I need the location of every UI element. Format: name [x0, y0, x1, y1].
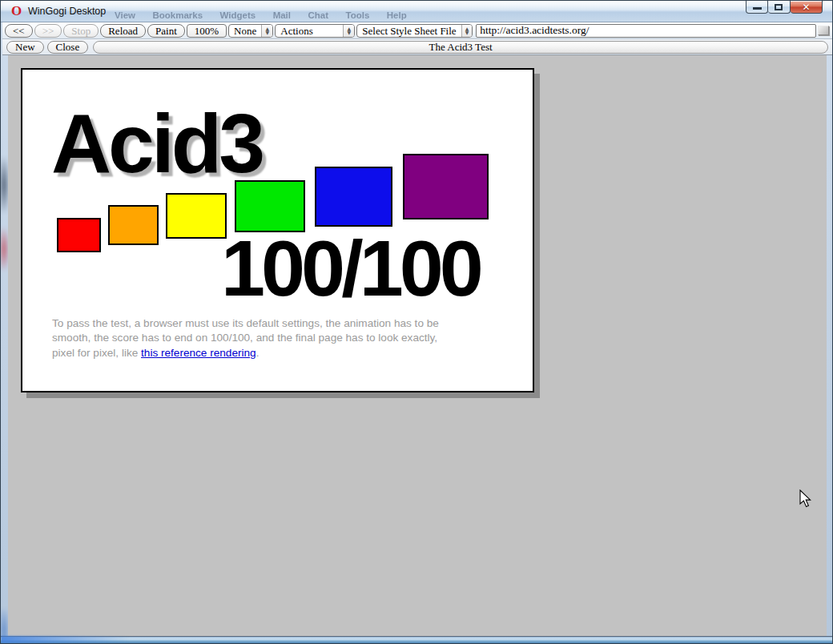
description-line1: To pass the test, a browser must use its… [52, 317, 439, 329]
stop-button[interactable]: Stop [63, 24, 99, 38]
menu-mail[interactable]: Mail [273, 10, 291, 20]
maximize-icon [775, 4, 783, 10]
spinner-icon[interactable]: ▲▼ [461, 25, 473, 37]
stylesheet-dropdown-value: Select Style Sheet File [357, 25, 461, 37]
navigation-toolbar: << >> Stop Reload Paint 100% None ▲▼ Act… [2, 22, 832, 39]
frame-artifact-navy [1, 158, 8, 212]
frame-artifact-red [1, 228, 8, 270]
score-text: 100/100 [221, 228, 480, 308]
stylesheet-dropdown[interactable]: Select Style Sheet File ▲▼ [356, 24, 473, 38]
test-description: To pass the test, a browser must use its… [52, 316, 505, 360]
tab-acid3-test[interactable]: The Acid3 Test [93, 41, 828, 54]
tab-bar: New Close The Acid3 Test [2, 39, 832, 55]
yellow-box [166, 193, 227, 239]
go-icon[interactable] [818, 26, 829, 35]
maximize-button[interactable] [768, 1, 791, 14]
spinner-icon[interactable]: ▲▼ [261, 25, 272, 37]
actions-dropdown[interactable]: Actions ▲▼ [275, 24, 355, 38]
browser-viewport: Acid3 100/100 To pass the test, a browse… [8, 55, 827, 638]
close-icon: ✕ [791, 2, 822, 13]
frame-artifact-bottom-glow [1, 636, 129, 643]
minimize-icon [753, 7, 762, 10]
menu-view[interactable]: View [115, 10, 135, 20]
zoom-level-button[interactable]: 100% [187, 24, 227, 38]
description-line3: pixel for pixel, like [52, 347, 141, 359]
new-tab-button[interactable]: New [6, 41, 44, 54]
opera-logo-icon: O [11, 4, 24, 18]
window-controls: ✕ [746, 1, 823, 14]
spinner-icon[interactable]: ▲▼ [343, 25, 354, 37]
close-tab-button[interactable]: Close [47, 41, 89, 54]
menu-bar: View Bookmarks Widgets Mail Chat Tools H… [115, 7, 421, 22]
title-bar[interactable]: O WinGogi Desktop View Bookmarks Widgets… [1, 1, 832, 22]
paint-button[interactable]: Paint [147, 24, 185, 38]
red-box [57, 218, 101, 252]
reload-button[interactable]: Reload [100, 24, 146, 38]
minimize-button[interactable] [746, 1, 768, 14]
browser-window: O WinGogi Desktop View Bookmarks Widgets… [0, 0, 833, 644]
actions-dropdown-value: Actions [276, 25, 343, 37]
purple-box [403, 154, 489, 219]
back-button[interactable]: << [5, 24, 33, 38]
menu-widgets[interactable]: Widgets [220, 10, 256, 20]
url-input[interactable] [476, 24, 816, 38]
menu-chat[interactable]: Chat [308, 10, 328, 20]
window-title: WinGogi Desktop [28, 6, 106, 17]
description-period: . [256, 347, 260, 359]
menu-bookmarks[interactable]: Bookmarks [152, 10, 203, 20]
close-button[interactable]: ✕ [791, 1, 823, 14]
window-bottom-frame [1, 636, 832, 643]
blue-box [315, 167, 392, 227]
menu-tools[interactable]: Tools [345, 10, 369, 20]
encoding-dropdown[interactable]: None ▲▼ [228, 24, 273, 38]
orange-box [108, 205, 159, 245]
acid3-heading: Acid3 [51, 102, 262, 185]
forward-button[interactable]: >> [34, 24, 62, 38]
reference-rendering-link[interactable]: this reference rendering [141, 347, 256, 359]
encoding-dropdown-value: None [229, 25, 261, 37]
description-line2: smooth, the score has to end on 100/100,… [52, 332, 437, 344]
acid3-page: Acid3 100/100 To pass the test, a browse… [21, 68, 534, 392]
menu-help[interactable]: Help [387, 10, 407, 20]
